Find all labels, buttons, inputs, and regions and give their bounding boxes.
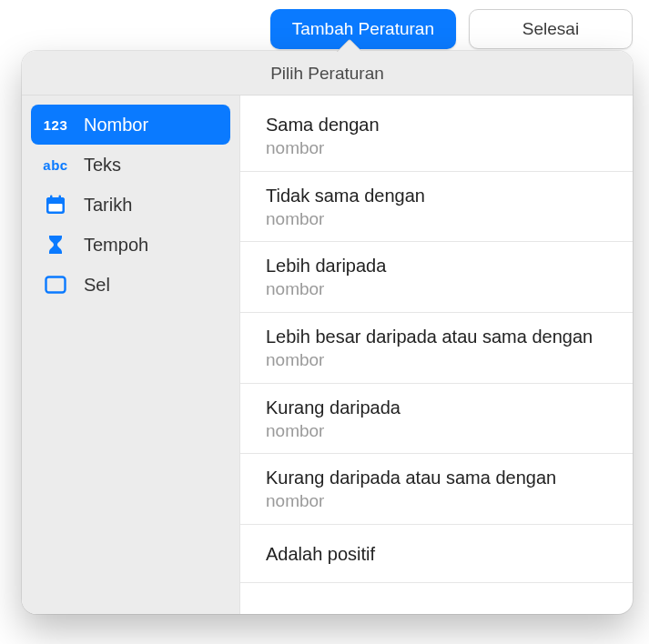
rule-item-less-equal[interactable]: Kurang daripada atau sama dengan nombor xyxy=(240,454,633,525)
done-button[interactable]: Selesai xyxy=(469,9,633,49)
rule-title: Lebih daripada xyxy=(266,254,607,277)
rule-title: Adalah positif xyxy=(266,537,607,571)
rule-list: Sama dengan nombor Tidak sama dengan nom… xyxy=(240,96,633,614)
svg-rect-5 xyxy=(46,277,66,293)
sidebar-item-label: Teks xyxy=(84,155,121,176)
sidebar-item-number[interactable]: 123 Nombor xyxy=(31,105,230,145)
popover-body: 123 Nombor abc Teks Tarikh xyxy=(22,96,633,614)
sidebar-item-label: Tarikh xyxy=(84,195,132,216)
rule-item-greater-equal[interactable]: Lebih besar daripada atau sama dengan no… xyxy=(240,313,633,384)
popover-panel: Pilih Peraturan 123 Nombor abc Teks xyxy=(22,51,633,614)
choose-rule-popover: Pilih Peraturan 123 Nombor abc Teks xyxy=(22,51,633,614)
cell-icon xyxy=(42,276,69,294)
add-rule-button[interactable]: Tambah Peraturan xyxy=(270,9,456,49)
rule-subtitle: nombor xyxy=(266,420,607,443)
rule-subtitle: nombor xyxy=(266,208,607,231)
svg-rect-4 xyxy=(59,196,62,200)
rule-item-less-than[interactable]: Kurang daripada nombor xyxy=(240,384,633,455)
toolbar: Tambah Peraturan Selesai xyxy=(270,9,633,49)
sidebar-item-label: Sel xyxy=(84,275,110,296)
sidebar-item-duration[interactable]: Tempoh xyxy=(31,225,230,265)
rule-title: Kurang daripada atau sama dengan xyxy=(266,466,607,489)
rule-title: Kurang daripada xyxy=(266,396,607,419)
rule-subtitle: nombor xyxy=(266,490,607,513)
rule-title: Sama dengan xyxy=(266,113,607,136)
rule-title: Tidak sama dengan xyxy=(266,184,607,207)
rule-item-is-positive[interactable]: Adalah positif xyxy=(240,525,633,583)
svg-rect-2 xyxy=(49,204,63,212)
rule-subtitle: nombor xyxy=(266,349,607,372)
popover-title: Pilih Peraturan xyxy=(22,51,633,96)
number-icon: 123 xyxy=(42,117,69,133)
sidebar-item-date[interactable]: Tarikh xyxy=(31,185,230,225)
calendar-icon xyxy=(42,195,69,215)
sidebar-item-text[interactable]: abc Teks xyxy=(31,145,230,185)
text-icon: abc xyxy=(42,157,69,173)
sidebar-item-label: Tempoh xyxy=(84,235,148,256)
hourglass-icon xyxy=(42,235,69,255)
popover-arrow xyxy=(337,39,360,52)
svg-rect-1 xyxy=(46,197,65,202)
rule-title: Lebih besar daripada atau sama dengan xyxy=(266,325,607,348)
rule-item-not-equal[interactable]: Tidak sama dengan nombor xyxy=(240,172,633,243)
sidebar-item-cell[interactable]: Sel xyxy=(31,265,230,305)
rule-category-sidebar: 123 Nombor abc Teks Tarikh xyxy=(22,96,240,614)
rule-item-equal[interactable]: Sama dengan nombor xyxy=(240,101,633,172)
rule-subtitle: nombor xyxy=(266,137,607,160)
rule-subtitle: nombor xyxy=(266,278,607,301)
sidebar-item-label: Nombor xyxy=(84,115,148,136)
rule-item-greater-than[interactable]: Lebih daripada nombor xyxy=(240,242,633,313)
svg-rect-3 xyxy=(50,196,53,200)
